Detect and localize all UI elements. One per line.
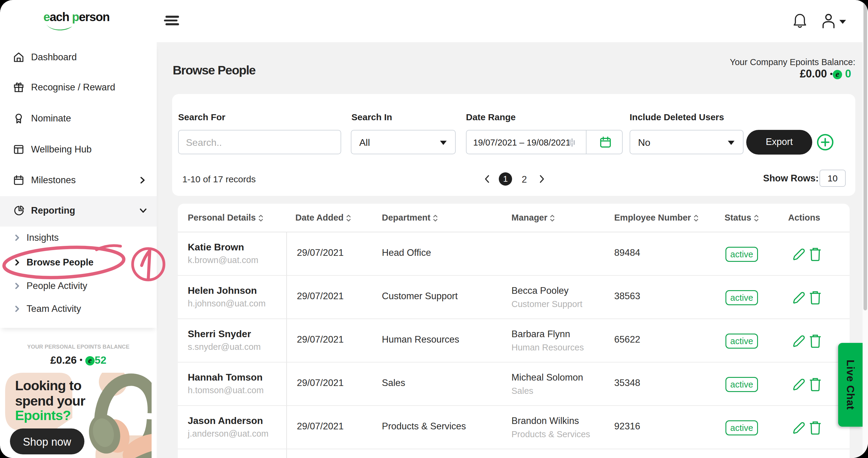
svg-text:Looking to: Looking to	[15, 378, 82, 393]
svg-text:Epoints?: Epoints?	[15, 408, 70, 423]
svg-text:spend your: spend your	[15, 393, 85, 408]
svg-text:e: e	[835, 70, 839, 79]
svg-text:e: e	[88, 356, 92, 365]
svg-text:Shop now: Shop now	[23, 436, 71, 448]
